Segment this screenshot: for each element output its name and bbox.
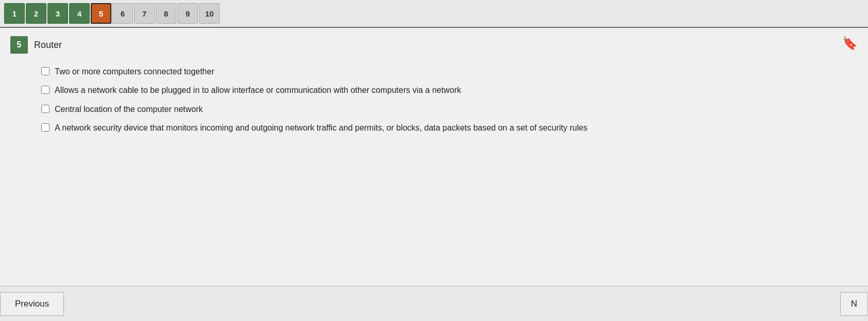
nav-btn-10[interactable]: 10 xyxy=(199,3,220,24)
page-wrapper: 12345678910 5 Router 🔖 Two or more compu… xyxy=(0,0,868,321)
question-header: 5 Router xyxy=(10,36,858,54)
options-list: Two or more computers connected together… xyxy=(41,66,858,134)
bookmark-icon[interactable]: 🔖 xyxy=(842,36,858,51)
option-text-2: Allows a network cable to be plugged in … xyxy=(55,85,461,96)
nav-btn-3[interactable]: 3 xyxy=(47,3,68,24)
previous-button[interactable]: Previous xyxy=(0,292,64,316)
option-text-3: Central location of the computer network xyxy=(55,104,203,115)
nav-btn-9[interactable]: 9 xyxy=(177,3,198,24)
option-item-4[interactable]: A network security device that monitors … xyxy=(41,122,858,134)
nav-btn-2[interactable]: 2 xyxy=(26,3,46,24)
question-card: 5 Router 🔖 Two or more computers connect… xyxy=(0,27,868,286)
question-title: Router xyxy=(34,40,62,51)
next-button[interactable]: N xyxy=(840,292,868,316)
nav-btn-6[interactable]: 6 xyxy=(112,3,133,24)
nav-btn-7[interactable]: 7 xyxy=(134,3,155,24)
option-text-1: Two or more computers connected together xyxy=(55,66,215,77)
nav-btn-1[interactable]: 1 xyxy=(4,3,25,24)
option-item-2[interactable]: Allows a network cable to be plugged in … xyxy=(41,85,858,96)
option-text-4: A network security device that monitors … xyxy=(55,122,587,134)
footer-nav: Previous N xyxy=(0,286,868,321)
option-checkbox-4[interactable] xyxy=(41,123,50,132)
nav-btn-4[interactable]: 4 xyxy=(69,3,90,24)
nav-btn-8[interactable]: 8 xyxy=(156,3,176,24)
nav-btn-5[interactable]: 5 xyxy=(91,3,111,24)
question-number-badge: 5 xyxy=(10,36,28,54)
option-checkbox-2[interactable] xyxy=(41,86,50,94)
question-nav: 12345678910 xyxy=(0,0,868,27)
option-item-1[interactable]: Two or more computers connected together xyxy=(41,66,858,77)
option-item-3[interactable]: Central location of the computer network xyxy=(41,104,858,115)
option-checkbox-3[interactable] xyxy=(41,105,50,113)
option-checkbox-1[interactable] xyxy=(41,67,50,75)
